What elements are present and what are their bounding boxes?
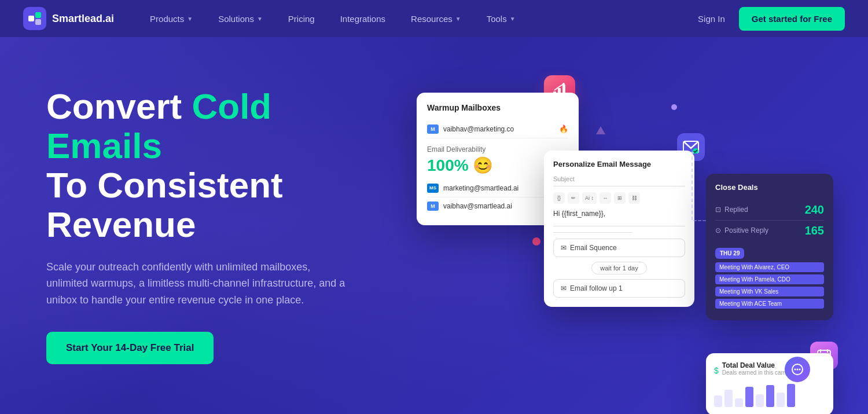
email-body-text: Hi {{first_name}}, <box>553 210 685 218</box>
dot-decoration-pink <box>532 237 540 246</box>
nav-tools[interactable]: Tools ▼ <box>474 0 528 37</box>
warmup-card-title: Warmup Mailboxes <box>427 103 568 112</box>
reply-icon: ⊡ <box>715 206 721 214</box>
email-address-3: vaibhav@smartlead.ai <box>443 202 554 210</box>
sign-in-link[interactable]: Sign In <box>698 14 725 24</box>
meeting-row-3: Meeting With VK Sales <box>715 287 824 296</box>
meeting-row-2: Meeting With Pamela, CDO <box>715 274 824 284</box>
email-address-1: vaibhav@marketing.co <box>443 125 554 133</box>
gmail-icon: M <box>427 124 439 134</box>
date-badge: THU 29 <box>715 248 744 259</box>
svg-point-18 <box>797 368 799 370</box>
meeting-row-1: Meeting With Alvarez, CEO <box>715 262 824 272</box>
nav-links: Products ▼ Solutions ▼ Pricing Integrati… <box>137 0 698 37</box>
bar-4 <box>745 387 753 407</box>
envelope-icon-2: ✉ <box>561 284 567 292</box>
bar-7 <box>777 393 785 407</box>
deals-card-title: Close Deals <box>715 183 824 192</box>
meeting-section: THU 29 Meeting With Alvarez, CEO Meeting… <box>715 248 824 309</box>
meeting-row-4: Meeting With ACE Team <box>715 299 824 309</box>
svg-rect-0 <box>28 16 34 21</box>
svg-point-9 <box>693 148 698 153</box>
nav-pricing[interactable]: Pricing <box>275 0 328 37</box>
svg-rect-1 <box>35 12 41 18</box>
positive-icon: ⊙ <box>715 226 721 235</box>
bar-2 <box>724 390 733 407</box>
brand-name: Smartlead.ai <box>52 13 114 25</box>
replied-stat: ⊡ Replied 240 <box>715 200 824 221</box>
toolbar-link: ⛓ <box>628 192 640 204</box>
email-sequence-button[interactable]: ✉ Email Squence <box>553 239 685 257</box>
email-row-1: M vaibhav@marketing.co 🔥 <box>427 120 568 138</box>
navbar: Smartlead.ai Products ▼ Solutions ▼ Pric… <box>0 0 868 37</box>
bar-5 <box>756 394 764 407</box>
triangle-decoration <box>596 126 605 134</box>
chevron-down-icon: ▼ <box>187 16 193 22</box>
hero-subtitle: Scale your outreach confidently with unl… <box>46 259 347 309</box>
envelope-icon: ✉ <box>561 244 567 252</box>
subject-input-line <box>553 186 685 186</box>
chevron-down-icon: ▼ <box>510 16 516 22</box>
dot-decoration-purple <box>671 104 677 110</box>
hero-section: Convert Cold Emails To Consistent Revenu… <box>0 37 868 414</box>
dashed-connector-3 <box>692 151 693 220</box>
toolbar-edit: ✏ <box>568 192 579 204</box>
replied-label: ⊡ Replied <box>715 206 748 214</box>
logo[interactable]: Smartlead.ai <box>23 7 114 30</box>
body-input-line-2 <box>553 232 632 233</box>
bar-8 <box>787 384 795 407</box>
personalize-card-title: Personalize Email Message <box>553 160 685 168</box>
svg-rect-2 <box>35 19 41 25</box>
bar-3 <box>735 398 743 407</box>
toolbar-grid: ⊞ <box>614 192 626 204</box>
positive-label: ⊙ Positive Reply <box>715 226 768 235</box>
bar-1 <box>714 395 722 407</box>
svg-point-6 <box>562 83 565 85</box>
chevron-down-icon: ▼ <box>455 16 461 22</box>
bar-6 <box>766 385 774 407</box>
hero-mockups: Warmup Mailboxes M vaibhav@marketing.co … <box>382 58 822 394</box>
nav-integrations[interactable]: Integrations <box>328 0 398 37</box>
followup-button[interactable]: ✉ Email follow up 1 <box>553 279 685 298</box>
ms-icon: MS <box>427 184 439 193</box>
chevron-down-icon: ▼ <box>257 16 263 22</box>
bar-chart <box>714 384 825 407</box>
subject-label: Subject <box>553 175 685 182</box>
body-input-line <box>553 226 685 226</box>
get-started-button[interactable]: Get started for Free <box>739 7 845 31</box>
gmail-icon-2: M <box>427 201 439 211</box>
nav-products[interactable]: Products ▼ <box>137 0 205 37</box>
deals-card: Close Deals ⊡ Replied 240 ⊙ Positive Rep… <box>706 174 833 320</box>
positive-value: 165 <box>805 224 824 237</box>
hero-title: Convert Cold Emails To Consistent Revenu… <box>46 87 382 245</box>
svg-point-19 <box>799 368 801 370</box>
editor-toolbar: {} ✏ Ai ↕ ↔ ⊞ ⛓ <box>553 192 685 204</box>
trial-button[interactable]: Start Your 14-Day Free Trial <box>46 332 214 364</box>
nav-right: Sign In Get started for Free <box>698 7 845 31</box>
dollar-icon: $ <box>714 366 719 375</box>
toolbar-brackets: {} <box>553 192 565 204</box>
toolbar-expand: ↔ <box>599 192 611 204</box>
toolbar-ai: Ai ↕ <box>582 192 597 204</box>
logo-icon <box>23 7 46 30</box>
hero-left: Convert Cold Emails To Consistent Revenu… <box>46 87 382 364</box>
svg-point-17 <box>795 368 796 370</box>
nav-solutions[interactable]: Solutions ▼ <box>205 0 275 37</box>
nav-resources[interactable]: Resources ▼ <box>398 0 474 37</box>
personalize-card: Personalize Email Message Subject {} ✏ A… <box>544 151 694 307</box>
replied-value: 240 <box>805 203 824 217</box>
wait-badge: wait for 1 day <box>591 262 646 274</box>
total-deal-card: $ Total Deal Value Deals earned in this … <box>706 353 833 415</box>
chat-bubble[interactable] <box>785 357 810 382</box>
positive-reply-stat: ⊙ Positive Reply 165 <box>715 221 824 241</box>
